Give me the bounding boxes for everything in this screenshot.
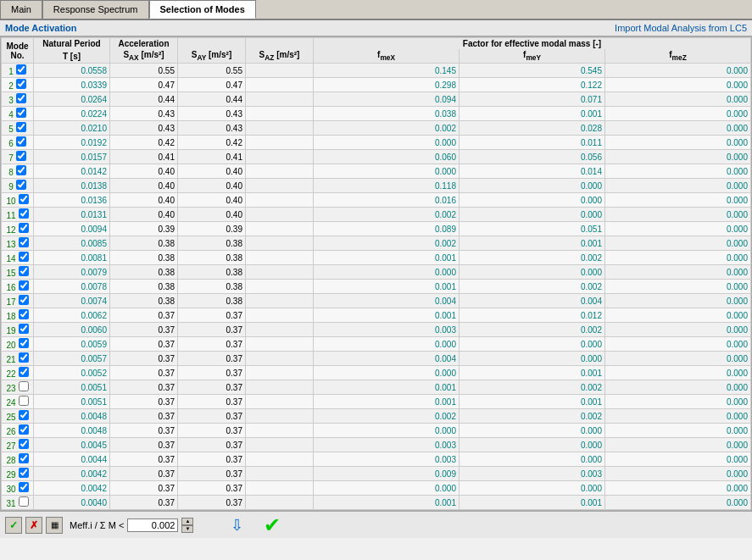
cell-mode-no: 17	[2, 294, 34, 308]
cell-saz	[246, 481, 314, 496]
mode-checkbox[interactable]	[16, 136, 26, 147]
cell-mode-no: 6	[2, 136, 34, 150]
mode-checkbox[interactable]	[19, 208, 29, 219]
cell-period: 0.0040	[34, 496, 110, 510]
cell-fmez: 0.000	[605, 438, 751, 452]
threshold-spinner[interactable]: ▲ ▼	[181, 518, 193, 533]
cell-say: 0.37	[178, 467, 246, 481]
mode-checkbox[interactable]	[19, 352, 29, 363]
cell-fmex: 0.002	[314, 208, 460, 222]
cell-fmez: 0.000	[605, 380, 751, 395]
cell-fmey: 0.000	[460, 265, 605, 280]
spinner-down[interactable]: ▼	[181, 525, 193, 533]
cell-fmey: 0.002	[460, 251, 605, 265]
mode-checkbox[interactable]	[19, 439, 29, 449]
cell-fmex: 0.000	[314, 366, 460, 380]
cell-say: 0.40	[178, 208, 246, 222]
cell-say: 0.37	[178, 323, 246, 337]
col-header-natural-period: Natural Period	[34, 38, 110, 50]
cell-sax: 0.40	[110, 179, 178, 193]
cell-mode-no: 3	[2, 92, 34, 107]
mode-checkbox[interactable]	[19, 194, 29, 204]
tab-response-spectrum[interactable]: Response Spectrum	[42, 0, 149, 19]
cell-fmex: 0.004	[314, 352, 460, 366]
cell-say: 0.37	[178, 424, 246, 438]
cell-period: 0.0157	[34, 150, 110, 164]
mode-checkbox[interactable]	[19, 424, 29, 435]
cell-sax: 0.43	[110, 107, 178, 121]
mode-checkbox[interactable]	[19, 468, 29, 478]
mode-checkbox[interactable]	[16, 79, 26, 89]
cell-saz	[246, 64, 314, 78]
mode-checkbox[interactable]	[19, 252, 29, 262]
import-link[interactable]: Import Modal Analysis from LC5	[615, 23, 747, 33]
cell-period: 0.0136	[34, 193, 110, 208]
table-row: 160.00780.380.380.0010.0020.000	[2, 280, 751, 294]
mode-checkbox[interactable]	[16, 93, 26, 103]
mode-checkbox[interactable]	[16, 64, 26, 75]
cell-saz	[246, 265, 314, 280]
table-row: 80.01420.400.400.0000.0140.000	[2, 164, 751, 179]
mode-checkbox[interactable]	[19, 237, 29, 247]
cell-fmex: 0.000	[314, 164, 460, 179]
cell-saz	[246, 438, 314, 452]
cell-mode-no: 19	[2, 323, 34, 337]
mode-checkbox[interactable]	[19, 453, 29, 463]
cell-fmex: 0.003	[314, 438, 460, 452]
cell-say: 0.37	[178, 452, 246, 467]
mode-checkbox[interactable]	[19, 381, 29, 391]
cell-period: 0.0048	[34, 424, 110, 438]
table-row: 140.00810.380.380.0010.0020.000	[2, 251, 751, 265]
mode-checkbox[interactable]	[19, 396, 29, 406]
cell-sax: 0.37	[110, 481, 178, 496]
mode-checkbox[interactable]	[16, 151, 26, 161]
mode-checkbox[interactable]	[19, 280, 29, 291]
cell-mode-no: 2	[2, 78, 34, 92]
mode-checkbox[interactable]	[19, 295, 29, 305]
mode-checkbox[interactable]	[19, 338, 29, 348]
cell-fmey: 0.000	[460, 481, 605, 496]
mode-checkbox[interactable]	[19, 367, 29, 377]
cell-fmez: 0.000	[605, 92, 751, 107]
mode-checkbox[interactable]	[19, 324, 29, 334]
mode-checkbox[interactable]	[16, 108, 26, 118]
mode-checkbox[interactable]	[19, 266, 29, 276]
uncheck-all-button[interactable]: ✗	[25, 517, 42, 534]
mode-checkbox[interactable]	[16, 180, 26, 190]
filter-button[interactable]: ▦	[46, 517, 63, 534]
tab-selection-of-modes[interactable]: Selection of Modes	[149, 0, 256, 19]
cell-fmey: 0.000	[460, 193, 605, 208]
mode-checkbox[interactable]	[16, 165, 26, 175]
tab-main[interactable]: Main	[0, 0, 42, 19]
cell-say: 0.38	[178, 265, 246, 280]
table-row: 250.00480.370.370.0020.0020.000	[2, 409, 751, 424]
cell-fmex: 0.094	[314, 92, 460, 107]
cell-fmey: 0.004	[460, 294, 605, 308]
cell-fmex: 0.009	[314, 467, 460, 481]
cell-mode-no: 28	[2, 452, 34, 467]
mode-checkbox[interactable]	[19, 223, 29, 233]
table-row: 240.00510.370.370.0010.0010.000	[2, 395, 751, 409]
col-header-acceleration-group: Acceleration	[110, 38, 178, 50]
mode-checkbox[interactable]	[19, 309, 29, 319]
cell-period: 0.0078	[34, 280, 110, 294]
mode-checkbox[interactable]	[19, 410, 29, 420]
cell-sax: 0.37	[110, 395, 178, 409]
cell-fmez: 0.000	[605, 179, 751, 193]
spinner-up[interactable]: ▲	[181, 518, 193, 525]
cell-say: 0.43	[178, 121, 246, 136]
cell-fmex: 0.003	[314, 452, 460, 467]
mode-checkbox[interactable]	[19, 496, 29, 507]
cell-fmez: 0.000	[605, 136, 751, 150]
check-all-button[interactable]: ✓	[5, 517, 22, 534]
threshold-input[interactable]	[127, 518, 178, 532]
mode-checkbox[interactable]	[19, 482, 29, 492]
col-header-fmez: fmeZ	[605, 49, 751, 64]
cell-period: 0.0044	[34, 452, 110, 467]
col-header-mode: ModeNo.	[2, 38, 34, 64]
cell-fmex: 0.089	[314, 222, 460, 236]
cell-fmex: 0.298	[314, 78, 460, 92]
mode-checkbox[interactable]	[16, 122, 26, 132]
table-row: 210.00570.370.370.0040.0000.000	[2, 352, 751, 366]
cell-saz	[246, 193, 314, 208]
